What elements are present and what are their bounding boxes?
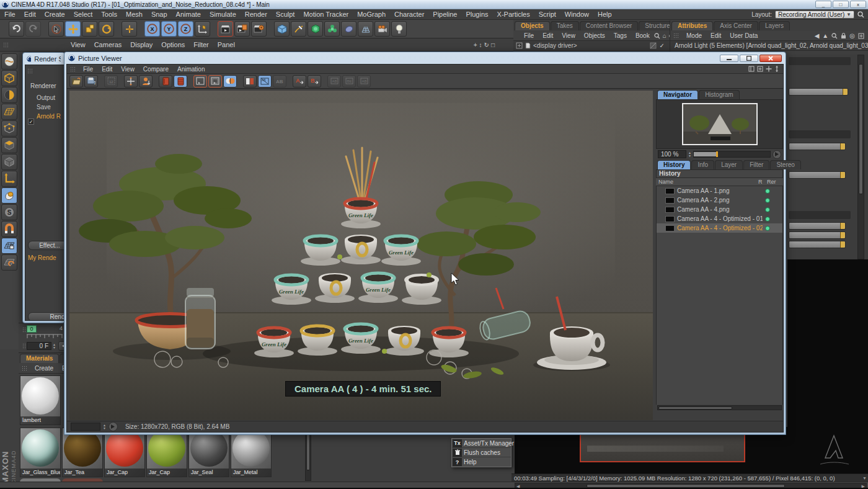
menu-mesh[interactable]: Mesh — [122, 10, 147, 19]
attributes-search-icon[interactable] — [831, 33, 838, 39]
objects-menu-objects[interactable]: Objects — [580, 32, 609, 39]
navigator-play-button[interactable] — [773, 150, 781, 159]
render-image[interactable]: Green Life Green Life Green Life Green L… — [69, 91, 653, 420]
restore-button[interactable]: □ — [833, 1, 849, 8]
pv-pan-icon[interactable] — [766, 66, 772, 72]
material-lambert[interactable]: lambert — [20, 375, 61, 425]
ctx-flush-caches[interactable]: Flush caches — [452, 448, 511, 457]
attributes-panel-handle[interactable] — [673, 33, 679, 38]
rs-item-arnold[interactable]: Arnold R — [37, 113, 64, 120]
pv-layout-add-icon[interactable] — [757, 66, 763, 72]
menu-sculpt[interactable]: Sculpt — [272, 10, 299, 19]
viewport-menu-filter[interactable]: Filter — [189, 40, 213, 49]
viewport-dolly-icon[interactable]: ↕ — [479, 42, 482, 48]
attributes-menu-edit[interactable]: Edit — [706, 32, 725, 39]
attr-slider-3[interactable] — [789, 171, 846, 179]
history-row-2[interactable]: Camera AA - 2.png — [657, 195, 782, 205]
tab-info[interactable]: Info — [691, 160, 714, 169]
undo-button[interactable] — [9, 21, 24, 37]
pv-play-button[interactable] — [108, 422, 118, 431]
pv-close-button[interactable] — [760, 55, 782, 62]
axis-y-lock[interactable]: Y — [161, 21, 177, 37]
pv-maximize-button[interactable] — [740, 55, 758, 62]
navigator-zoom-field[interactable]: 100 % — [658, 150, 686, 158]
edges-mode-icon[interactable] — [1, 120, 17, 137]
tab-layer[interactable]: Layer — [715, 160, 743, 169]
object-layer-icon[interactable] — [650, 42, 657, 49]
history-col-rer[interactable]: Rer — [767, 179, 783, 185]
add-environment[interactable] — [358, 21, 373, 37]
history-hscrollbar[interactable] — [657, 405, 782, 410]
pv-navigation-button[interactable] — [124, 75, 138, 87]
pv-set-b-button[interactable]: B — [308, 75, 321, 87]
history-row-1[interactable]: Camera AA - 1.png — [657, 186, 782, 195]
pv-menu-file[interactable]: File — [79, 66, 97, 73]
tab-axis-center[interactable]: Axis Center — [714, 21, 758, 30]
pv-ab-compare-button[interactable] — [243, 75, 257, 87]
attr-slider-4[interactable] — [789, 222, 846, 230]
viewport-menu-cameras[interactable]: Cameras — [90, 40, 126, 49]
object-mode-icon[interactable] — [1, 154, 17, 170]
tab-stereo[interactable]: Stereo — [770, 160, 800, 169]
rs-item-output[interactable]: Output — [37, 94, 64, 101]
close-button[interactable]: x — [850, 1, 866, 8]
add-deformer[interactable] — [341, 21, 356, 37]
pv-save-button[interactable]: ? — [84, 75, 98, 87]
attr-slider-1[interactable] — [789, 88, 848, 96]
pv-compare-button[interactable] — [223, 75, 237, 87]
tab-layers[interactable]: Layers — [759, 21, 790, 30]
add-spline-pen[interactable] — [291, 21, 306, 37]
pv-stereo-both-button[interactable]: AB — [357, 75, 371, 87]
rs-item-save[interactable]: Save — [37, 104, 64, 110]
tab-histogram[interactable]: Histogram — [699, 90, 740, 99]
render-settings-handle[interactable] — [27, 68, 33, 74]
attributes-menu-userdata[interactable]: User Data — [725, 32, 762, 39]
frame-stepper[interactable]: ▲▼ — [53, 342, 58, 350]
pv-ab-wipe-button[interactable]: AB — [258, 75, 272, 87]
history-row-4[interactable]: Camera AA - 4 - Optimized - 01.png — [657, 214, 782, 223]
axis-x-lock[interactable]: X — [144, 21, 160, 37]
pv-zoom-field[interactable] — [71, 423, 100, 431]
material-jar-glass-blue[interactable]: Jar_Glass_Blue — [20, 428, 61, 477]
objects-menu-book[interactable]: Book — [631, 32, 654, 39]
viewport-maximize-icon[interactable]: □ — [491, 42, 495, 48]
material-jar-metal[interactable]: Jar_Metal — [231, 428, 272, 477]
menu-motion-tracker[interactable]: Motion Tracker — [299, 10, 353, 19]
pv-menu-compare[interactable]: Compare — [139, 66, 173, 73]
attributes-lock-icon[interactable] — [841, 32, 846, 39]
object-item-label[interactable]: <display driver> — [533, 42, 577, 49]
save-checkbox[interactable]: ✓ — [28, 119, 34, 125]
menu-help[interactable]: Help — [593, 10, 616, 19]
my-render-setting[interactable]: My Rende — [28, 254, 56, 261]
pv-menu-edit[interactable]: Edit — [97, 66, 117, 73]
pv-catalog-button[interactable] — [159, 75, 172, 87]
material-jar-cap-red[interactable]: Jar_Cap — [104, 428, 145, 477]
pv-stereo-left-button[interactable]: AB — [327, 75, 341, 87]
menu-file[interactable]: File — [0, 10, 20, 19]
material-jar-tea[interactable]: Jar_Tea — [62, 428, 103, 477]
history-row-5-selected[interactable]: Camera AA - 4 - Optimized - 02.png — [657, 223, 782, 233]
tab-materials[interactable]: Materials — [20, 354, 59, 363]
viewport-menu-panel[interactable]: Panel — [213, 40, 239, 49]
menu-select[interactable]: Select — [69, 10, 97, 19]
objects-menu-view[interactable]: View — [557, 32, 580, 39]
render-view-button[interactable] — [218, 21, 233, 37]
menu-edit[interactable]: Edit — [20, 10, 40, 19]
menu-character[interactable]: Character — [390, 10, 428, 19]
magnet-snap-icon[interactable] — [1, 221, 17, 237]
workplane-mode-icon[interactable] — [1, 87, 17, 103]
live-selection-tool[interactable] — [48, 21, 64, 37]
attr-slider-2[interactable] — [789, 143, 846, 150]
viewport-menu-display[interactable]: Display — [126, 40, 157, 49]
object-enabled-icon[interactable]: ✓ — [660, 42, 665, 49]
pv-ab-diff-button[interactable]: AB — [273, 75, 286, 87]
attr-slider-6[interactable] — [789, 241, 846, 248]
material-jar-cap-green[interactable]: Jar_Cap — [146, 428, 187, 477]
last-tool[interactable] — [122, 21, 137, 37]
attributes-menu-mode[interactable]: Mode — [682, 32, 706, 39]
pv-single-view-button[interactable] — [193, 75, 207, 87]
timeline-current-frame-handle[interactable]: 0 — [27, 325, 37, 333]
add-mograph[interactable] — [324, 21, 340, 37]
menu-pipeline[interactable]: Pipeline — [428, 10, 461, 19]
objects-menu-tags[interactable]: Tags — [609, 32, 631, 39]
